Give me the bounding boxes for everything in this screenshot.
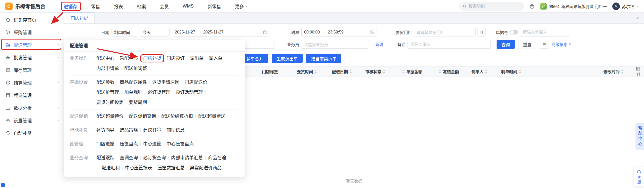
column-header-1[interactable]: 要货时间: [289, 68, 325, 74]
merge-orders-button[interactable]: 多单合并: [242, 54, 268, 63]
user-menu[interactable]: 苏尔银: [612, 3, 639, 10]
sidebar-item-0[interactable]: 进销存首页: [0, 13, 64, 26]
column-header-3[interactable]: 审核状态: [359, 68, 392, 74]
menu-link[interactable]: 配送参数: [96, 79, 114, 86]
app-logo[interactable]: 乐檬零售后台: [5, 3, 45, 10]
corner-widget[interactable]: [1, 183, 5, 187]
menu-link[interactable]: 采配中心: [120, 55, 138, 62]
sidebar-item-1[interactable]: 采购管理: [0, 26, 64, 39]
menu-link[interactable]: 要货时间设定: [96, 99, 124, 106]
date-range-picker[interactable]: 2025-11-27 → 2025-11-27: [172, 28, 270, 36]
menu-link[interactable]: 商品在途: [208, 155, 226, 161]
column-header-0[interactable]: 门店标签: [251, 68, 289, 74]
docno-exact-toggle[interactable]: [510, 30, 518, 34]
store-select[interactable]: 请选择要货门店: [414, 28, 476, 36]
menu-link[interactable]: 配送毛利: [102, 165, 120, 171]
column-settings-button[interactable]: 列: [632, 66, 644, 77]
time-range-picker[interactable]: 00:00:00 → 23:59:59: [301, 28, 377, 36]
menu-link[interactable]: 配送价结算折扣: [161, 113, 193, 120]
sidebar-item-5[interactable]: 结算管理: [0, 76, 64, 89]
sidebar-item-8[interactable]: 设置管理: [0, 114, 64, 127]
generate-transfer-out-button[interactable]: 生成调出单: [272, 54, 303, 63]
docno-input[interactable]: [523, 30, 568, 34]
sidebar-item-2[interactable]: 配送管理: [0, 39, 64, 51]
topnav-item-0[interactable]: 进销存: [64, 3, 77, 10]
menu-link[interactable]: 配送价管理: [96, 89, 119, 96]
topnav-item-4[interactable]: 会员: [160, 3, 169, 10]
printer-icon[interactable]: [530, 4, 535, 9]
menu-link[interactable]: 加单规则: [124, 89, 142, 96]
divider: [122, 67, 122, 70]
column-header-5[interactable]: 冻结金额: [432, 68, 465, 74]
menu-link[interactable]: 配送超量特价: [96, 113, 124, 120]
date-type-select[interactable]: 制单时间: [111, 28, 137, 36]
sidebar-item-4[interactable]: 库存管理: [0, 64, 64, 76]
global-search[interactable]: [459, 2, 524, 11]
menu-link[interactable]: 预订活动管理: [176, 89, 203, 96]
saved-filter-button[interactable]: [540, 40, 548, 49]
sort-icon: [439, 70, 441, 73]
menu-link[interactable]: 配送促销查询: [129, 113, 156, 120]
split-by-category-button[interactable]: 按当前类拆单: [306, 54, 341, 63]
column-header-8[interactable]: 修改时间: [595, 68, 632, 74]
remark-input[interactable]: [410, 42, 488, 47]
menu-link[interactable]: 要货周期: [129, 99, 147, 106]
sidebar-item-6[interactable]: 凭证管理: [0, 89, 64, 101]
menu-link[interactable]: 压筐数据汇总: [157, 165, 185, 171]
menu-link[interactable]: 中心压筐报表: [125, 165, 152, 171]
menu-link[interactable]: 配送中心: [96, 55, 114, 62]
menu-link[interactable]: 内部申请单: [96, 65, 119, 72]
global-search-input[interactable]: [469, 4, 520, 9]
search-button[interactable]: 查询: [497, 40, 515, 49]
menu-link[interactable]: 异常配送价商品: [190, 165, 222, 171]
store-switcher[interactable]: 99661-新界面果蔬版测试-门店一: [540, 3, 607, 10]
salesman-select[interactable]: 请选择业务员: [301, 40, 369, 49]
tab-store-replenishment[interactable]: 门店补货: [64, 13, 95, 23]
sidebar-item-9[interactable]: 自动补货: [0, 127, 64, 139]
topnav-item-2[interactable]: 报表: [114, 3, 123, 10]
menu-link[interactable]: 补货向导: [96, 127, 114, 133]
column-header-7[interactable]: 制单时间: [494, 68, 529, 74]
column-header-6[interactable]: 制单人: [465, 68, 494, 74]
menu-link[interactable]: 必订货查询: [143, 155, 166, 161]
reset-button[interactable]: 重置: [518, 40, 536, 49]
menu-link[interactable]: 选品策略: [120, 127, 138, 133]
menu-link[interactable]: 配送跟踪: [96, 155, 114, 161]
menu-link[interactable]: 压筐盘点: [120, 141, 138, 147]
menu-link[interactable]: 配送价调整: [124, 65, 147, 72]
menu-link[interactable]: 配送超量赠送: [198, 113, 225, 120]
topnav-item-3[interactable]: 档案: [137, 3, 146, 10]
store-search-button[interactable]: [477, 28, 486, 36]
customer-service-tab[interactable]: 客服: [634, 167, 644, 186]
column-header-4[interactable]: 单据金额: [392, 68, 432, 74]
menu-link[interactable]: 商品配送属性: [120, 79, 147, 86]
menu-link[interactable]: 退货申请原因: [152, 79, 179, 86]
add-salesman-link[interactable]: 新增: [375, 41, 383, 47]
date-preset-select[interactable]: 今天: [140, 28, 170, 36]
menu-link[interactable]: 调入单: [209, 55, 222, 62]
topnav-item-5[interactable]: WMS: [183, 4, 194, 9]
menu-link[interactable]: 内部申请单汇总: [171, 155, 203, 161]
menu-link[interactable]: 中心退筐: [143, 141, 161, 147]
topnav-item-1[interactable]: 零售: [91, 3, 100, 10]
collapse-panel-icon[interactable]: [635, 16, 639, 20]
menu-link[interactable]: 直调查询: [120, 155, 138, 161]
help-center-tab[interactable]: 帮助中心: [635, 123, 644, 150]
menu-link[interactable]: 辅助信息: [167, 127, 185, 133]
sidebar-item-3[interactable]: 批发管理: [0, 51, 64, 64]
menu-link[interactable]: 建议订量: [143, 127, 161, 133]
menu-link[interactable]: 必订货管理: [148, 89, 170, 96]
topnav-item-6[interactable]: 新零售: [208, 3, 221, 10]
menu-link[interactable]: 门店配送价: [185, 79, 207, 86]
divider: [149, 81, 150, 84]
divider: [117, 156, 117, 160]
menu-link[interactable]: 中心压筐盘点: [167, 141, 194, 147]
column-header-2[interactable]: 配送日期: [325, 68, 359, 74]
sidebar-item-7[interactable]: 数据分析: [0, 101, 64, 114]
advanced-search-link[interactable]: 高级搜索: [551, 41, 572, 47]
menu-link[interactable]: 门店补货: [143, 55, 161, 62]
menu-link[interactable]: 门店预订: [167, 55, 185, 62]
menu-link[interactable]: 调出单: [190, 55, 204, 62]
topnav-item-7[interactable]: 更多: [235, 3, 248, 10]
menu-link[interactable]: 门店退筐: [96, 141, 114, 147]
